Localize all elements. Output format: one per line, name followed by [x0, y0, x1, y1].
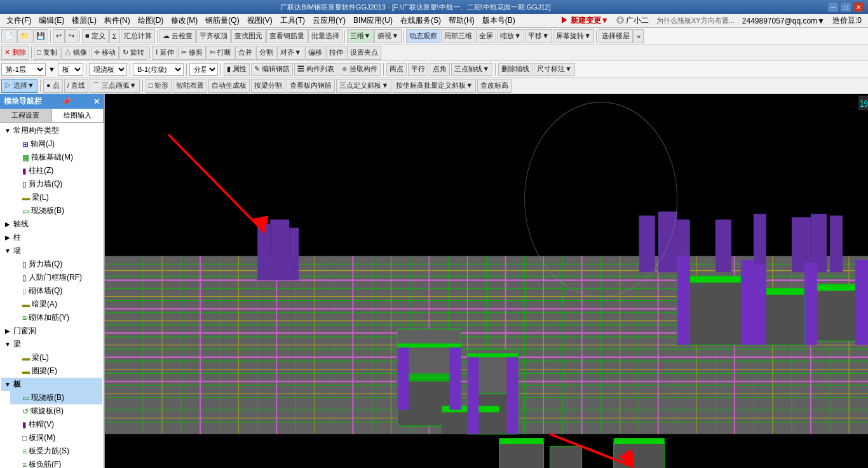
menu-bim[interactable]: BIM应用(U) [349, 14, 397, 27]
tree-beam[interactable]: ▬ 梁(L) [10, 191, 102, 204]
parallel-btn[interactable]: 平行 [408, 63, 428, 76]
define-slope-btn[interactable]: 三点定义斜板▼ [336, 79, 391, 93]
calc-btn[interactable]: 汇总计算 [121, 29, 155, 43]
close-button[interactable]: ✕ [853, 2, 864, 12]
tree-slab-group[interactable]: ▼ 板 [1, 378, 102, 391]
menu-cloud[interactable]: 云应用(Y) [309, 14, 349, 27]
tree-axis[interactable]: ▶ 轴线 [1, 217, 102, 231]
save-btn[interactable]: 💾 [33, 29, 48, 43]
prop-attr-btn[interactable]: ▮ 属性 [224, 63, 250, 76]
trim-btn[interactable]: ✂ 修剪 [178, 46, 206, 60]
menu-rebar[interactable]: 钢筋量(Q) [201, 14, 243, 27]
3d-btn[interactable]: 三维▼ [347, 29, 374, 43]
cloud-check-btn[interactable]: ☁ 云检查 [159, 29, 196, 43]
tree-wall[interactable]: ▼ 墙 [1, 244, 102, 258]
tree-raft-found[interactable]: ▦ 筏板基础(M) [10, 151, 102, 164]
layer-num-select[interactable]: 分层2 [189, 63, 218, 76]
del-aux-btn[interactable]: 删除辅线 [498, 63, 532, 76]
menu-draw[interactable]: 绘图(D) [134, 14, 168, 27]
rotate-btn[interactable]: 屏幕旋转▼ [553, 29, 594, 43]
more-btn[interactable]: » [634, 29, 644, 43]
grip-btn[interactable]: 设置夹点 [347, 46, 381, 60]
panel-close[interactable]: ✕ [93, 97, 100, 106]
minimize-button[interactable]: ─ [827, 2, 839, 12]
view-rebar-btn[interactable]: 查看板内钢筋 [287, 79, 335, 93]
batch-slope-btn[interactable]: 按坐标高批量定义斜板▼ [393, 79, 476, 93]
tree-col[interactable]: ▶ 柱 [1, 231, 102, 244]
tree-cast-slab2[interactable]: ▭ 现浇板(B) [10, 391, 102, 404]
tree-shear-wall2[interactable]: ▯ 剪力墙(Q) [10, 258, 102, 271]
two-point-btn[interactable]: 两点 [386, 63, 407, 76]
tree-axis-net[interactable]: ⊞ 轴网(J) [10, 137, 102, 151]
check-rebar-btn[interactable]: 查看钢筋量 [266, 29, 308, 43]
tree-column[interactable]: ▮ 柱柱(Z) [10, 164, 102, 177]
three-axis-btn[interactable]: 三点轴线▼ [451, 63, 492, 76]
tree-slab-hole[interactable]: □ 板洞(M) [10, 431, 102, 444]
tree-common-types[interactable]: ▼ 常用构件类型 [1, 124, 102, 137]
split-beam-btn[interactable]: 按梁分割 [251, 79, 285, 93]
level-roof-btn[interactable]: 平齐板顶 [196, 29, 231, 43]
tree-col-cap[interactable]: ▮ 柱帽(V) [10, 418, 102, 431]
menu-new-change[interactable]: ▶ 新建变更▼ [557, 14, 612, 27]
menu-assistant[interactable]: ◎ 广小二 [613, 14, 653, 27]
fullscreen-btn[interactable]: 全屏 [476, 29, 496, 43]
component-select[interactable]: 板 [58, 63, 83, 76]
canvas-area[interactable]: C-2 B1-2 C-1 D3-P D3-D1 D3-E D3 E1 [105, 94, 868, 468]
move-btn[interactable]: ✛ 移动 [91, 46, 119, 60]
rotate-edit-btn[interactable]: ↻ 旋转 [119, 46, 147, 60]
menu-version[interactable]: 版本号(B) [478, 14, 519, 27]
arc-tool-btn[interactable]: ⌒ 三点画弧▼ [90, 79, 140, 93]
menu-account[interactable]: 2449897057@qq.com▼ [738, 15, 829, 27]
menu-online[interactable]: 在线服务(S) [397, 14, 445, 27]
smart-layout-btn[interactable]: 智能布置 [173, 79, 207, 93]
partial-3d-btn[interactable]: 局部三维 [441, 29, 475, 43]
pan-btn[interactable]: 平移▼ [525, 29, 552, 43]
slab-type-select[interactable]: 现浇板 [89, 63, 127, 76]
tree-spiral-slab[interactable]: ↺ 螺旋板(B) [10, 404, 102, 418]
align-btn[interactable]: 对齐▼ [277, 46, 304, 60]
menu-floor[interactable]: 楼层(L) [68, 14, 100, 27]
batch-select-btn[interactable]: 批量选择 [308, 29, 342, 43]
view-btn[interactable]: 俯视▼ [374, 29, 402, 43]
pick-comp-btn[interactable]: ⊕ 拾取构件 [339, 63, 381, 76]
define-btn[interactable]: ■ 定义 [82, 29, 109, 43]
maximize-button[interactable]: □ [840, 2, 851, 12]
menu-file[interactable]: 文件(F) [3, 14, 35, 27]
tree-hidden-beam[interactable]: ▬ 暗梁(A) [10, 298, 102, 311]
tree-cast-slab[interactable]: ▭ 现浇板(B) [10, 204, 102, 217]
panel-pin[interactable]: 📌 [62, 97, 71, 106]
point-angle-btn[interactable]: 点角 [430, 63, 450, 76]
tree-neg-rebar[interactable]: ≡ 板负筋(F) [10, 458, 102, 468]
tree-beam-group[interactable]: ▼ 梁 [1, 338, 102, 351]
tree-slab-rebar[interactable]: ≡ 板受力筋(S) [10, 444, 102, 458]
merge-btn[interactable]: 合并 [235, 46, 255, 60]
check-elev-btn[interactable]: 查改标高 [477, 79, 512, 93]
break-btn[interactable]: ✄ 打断 [207, 46, 234, 60]
undo-btn[interactable]: ↩ [53, 29, 65, 43]
menu-component[interactable]: 构件(N) [100, 14, 134, 27]
select-tool-btn[interactable]: ▷ 选择▼ [1, 79, 37, 93]
split-btn[interactable]: 分割 [256, 46, 276, 60]
comp-list-btn[interactable]: ☰ 构件列表 [294, 63, 337, 76]
select-layer-btn[interactable]: 选择楼层 [599, 29, 633, 43]
line-tool-btn[interactable]: / 直线 [64, 79, 88, 93]
mirror-btn[interactable]: △ 镜像 [61, 46, 90, 60]
copy-btn[interactable]: □ 复制 [34, 46, 60, 60]
dynamic-view-btn[interactable]: 动态观察 [406, 29, 440, 43]
tree-shear-wall[interactable]: ▯ 剪力墙(Q) [10, 177, 102, 191]
delete-btn[interactable]: ✕ 删除 [1, 46, 29, 60]
tree-civil-defense-wall[interactable]: ▯ 人防门框墙(RF) [10, 271, 102, 284]
tree-ring-beam[interactable]: ▬ 圈梁(E) [10, 364, 102, 378]
menu-modify[interactable]: 修改(M) [167, 14, 201, 27]
menu-edit[interactable]: 编辑(E) [35, 14, 68, 27]
menu-help[interactable]: 帮助(H) [445, 14, 478, 27]
layer-select[interactable]: 第-1层 [1, 63, 46, 76]
auto-gen-btn[interactable]: 自动生成板 [208, 79, 250, 93]
edit-rebar-btn[interactable]: ✎ 编辑钢筋 [251, 63, 293, 76]
redo-btn[interactable]: ↪ [65, 29, 78, 43]
grade-select[interactable]: B-1(垃圾) [133, 63, 184, 76]
tree-masonry-rebar[interactable]: ≡ 砌体加筋(Y) [10, 311, 102, 324]
dim-btn[interactable]: 尺寸标注▼ [534, 63, 575, 76]
sigma-btn[interactable]: Σ [109, 29, 120, 43]
tree-door-window[interactable]: ▶ 门窗洞 [1, 324, 102, 338]
